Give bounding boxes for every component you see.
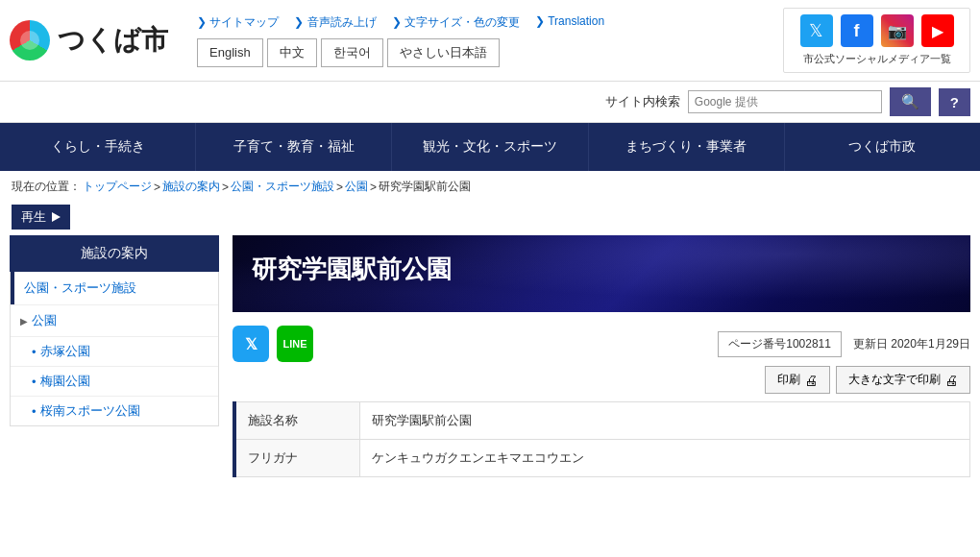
sidebar-baien[interactable]: 梅園公園 <box>40 373 90 390</box>
logo-icon <box>10 20 50 61</box>
logo-text: つくば市 <box>58 22 168 59</box>
lang-chinese[interactable]: 中文 <box>267 38 317 67</box>
arrow-icon: ▶ <box>20 316 28 327</box>
print-label: 印刷 <box>777 372 800 388</box>
lang-buttons: English 中文 한국어 やさしい日本語 <box>197 38 783 67</box>
twitter-share-icon[interactable]: 𝕏 <box>233 326 269 362</box>
breadcrumb-top[interactable]: トップページ <box>83 179 152 195</box>
sidebar-child-0: • 赤塚公園 <box>11 336 218 366</box>
social-area: 𝕏 f 📷 ▶ 市公式ソーシャルメディア一覧 <box>783 8 970 73</box>
page-hero: 研究学園駅前公園 <box>233 235 970 312</box>
logo-area: つくば市 <box>10 20 187 61</box>
instagram-social-icon[interactable]: 📷 <box>881 14 914 47</box>
sidebar-akatsuka[interactable]: 赤塚公園 <box>40 343 90 360</box>
header-nav: ❯ サイトマップ ❯ 音声読み上げ ❯ 文字サイズ・色の変更 ❯ Transla… <box>187 14 783 67</box>
nav-item-2[interactable]: 観光・文化・スポーツ <box>392 123 588 171</box>
table-label-0: 施設名称 <box>234 402 359 440</box>
print-icon: 🖨 <box>804 373 818 388</box>
bullet-icon-1: • <box>32 375 37 389</box>
sidebar-onan[interactable]: 桜南スポーツ公園 <box>40 402 140 420</box>
sidebar-parks-sports-link[interactable]: 公園・スポーツ施設 <box>24 280 136 295</box>
sidebar: 施設の案内 公園・スポーツ施設 ▶ 公園 • 赤塚公園 • 梅園公園 • 桜南ス… <box>10 235 219 477</box>
sidebar-title: 施設の案内 <box>10 235 219 272</box>
search-label: サイト内検索 <box>605 93 680 110</box>
search-input[interactable] <box>689 91 881 112</box>
sidebar-parks-link[interactable]: 公園 <box>32 312 57 329</box>
breadcrumb-prefix: 現在の位置： <box>12 179 81 195</box>
content-area: 施設の案内 公園・スポーツ施設 ▶ 公園 • 赤塚公園 • 梅園公園 • 桜南ス… <box>0 235 980 496</box>
breadcrumb-park-sports[interactable]: 公園・スポーツ施設 <box>231 179 334 195</box>
nav-item-3[interactable]: まちづくり・事業者 <box>589 123 785 171</box>
top-links: ❯ サイトマップ ❯ 音声読み上げ ❯ 文字サイズ・色の変更 ❯ Transla… <box>197 14 783 31</box>
play-area: 再生 <box>0 203 980 235</box>
print-button[interactable]: 印刷 🖨 <box>765 366 830 394</box>
nav-item-4[interactable]: つくば市政 <box>785 123 980 171</box>
help-button[interactable]: ? <box>939 88 970 116</box>
page-meta-row: 𝕏 LINE ページ番号1002811 更新日 2020年1月29日 <box>233 320 970 366</box>
breadcrumb-current: 研究学園駅前公園 <box>379 179 471 195</box>
breadcrumb-park[interactable]: 公園 <box>345 179 368 195</box>
table-value-1: ケンキュウガクエンエキマエコウエン <box>359 440 970 477</box>
sitemap-link[interactable]: ❯ サイトマップ <box>197 14 279 31</box>
search-bar: サイト内検索 🔍 ? <box>0 82 980 123</box>
large-print-label: 大きな文字で印刷 <box>848 372 941 388</box>
table-value-0: 研究学園駅前公園 <box>359 402 970 440</box>
youtube-social-icon[interactable]: ▶ <box>921 14 954 47</box>
table-row-1: フリガナ ケンキュウガクエンエキマエコウエン <box>234 440 970 477</box>
large-print-button[interactable]: 大きな文字で印刷 🖨 <box>836 366 970 394</box>
breadcrumb: 現在の位置： トップページ > 施設の案内 > 公園・スポーツ施設 > 公園 >… <box>0 171 980 203</box>
lang-korean[interactable]: 한국어 <box>321 38 383 67</box>
facebook-social-icon[interactable]: f <box>841 14 873 47</box>
sidebar-menu: 公園・スポーツ施設 ▶ 公園 • 赤塚公園 • 梅園公園 • 桜南スポーツ公園 <box>10 272 219 426</box>
page-number: ページ番号1002811 <box>718 331 842 357</box>
twitter-social-icon[interactable]: 𝕏 <box>800 14 833 47</box>
info-table: 施設名称 研究学園駅前公園 フリガナ ケンキュウガクエンエキマエコウエン <box>233 401 970 477</box>
play-button[interactable]: 再生 <box>12 205 70 230</box>
meta-right: ページ番号1002811 更新日 2020年1月29日 <box>718 331 970 357</box>
voice-link[interactable]: ❯ 音声読み上げ <box>294 14 376 31</box>
social-icons: 𝕏 f 📷 ▶ <box>800 14 954 47</box>
breadcrumb-facility[interactable]: 施設の案内 <box>162 179 220 195</box>
sidebar-parent-parks: ▶ 公園 <box>11 304 218 336</box>
lang-english[interactable]: English <box>197 38 263 67</box>
nav-item-1[interactable]: 子育て・教育・福祉 <box>196 123 392 171</box>
table-row-0: 施設名称 研究学園駅前公園 <box>234 402 970 440</box>
header: つくば市 ❯ サイトマップ ❯ 音声読み上げ ❯ 文字サイズ・色の変更 ❯ Tr… <box>0 0 980 82</box>
translation-link[interactable]: ❯ Translation <box>535 14 604 31</box>
large-print-icon: 🖨 <box>944 373 958 388</box>
nav-item-0[interactable]: くらし・手続き <box>0 123 196 171</box>
main-content: 研究学園駅前公園 𝕏 LINE ページ番号1002811 更新日 2020年1月… <box>233 235 970 477</box>
social-label: 市公式ソーシャルメディア一覧 <box>803 52 951 66</box>
table-label-1: フリガナ <box>234 440 359 477</box>
page-title: 研究学園駅前公園 <box>252 253 951 286</box>
bullet-icon-0: • <box>32 345 37 359</box>
main-nav: くらし・手続き 子育て・教育・福祉 観光・文化・スポーツ まちづくり・事業者 つ… <box>0 123 980 171</box>
fontsize-link[interactable]: ❯ 文字サイズ・色の変更 <box>392 14 520 31</box>
print-buttons: 印刷 🖨 大きな文字で印刷 🖨 <box>233 366 970 394</box>
update-date: 更新日 2020年1月29日 <box>853 336 970 352</box>
sidebar-child-2: • 桜南スポーツ公園 <box>11 396 218 425</box>
search-button[interactable]: 🔍 <box>890 87 931 116</box>
share-icons: 𝕏 LINE <box>233 326 313 362</box>
play-label: 再生 <box>21 208 46 226</box>
search-input-wrap <box>688 90 882 113</box>
sidebar-section: 公園・スポーツ施設 <box>11 272 218 304</box>
bullet-icon-2: • <box>32 404 37 419</box>
sidebar-child-1: • 梅園公園 <box>11 366 218 396</box>
play-icon <box>52 212 61 222</box>
lang-easy-japanese[interactable]: やさしい日本語 <box>387 38 500 67</box>
line-share-icon[interactable]: LINE <box>277 326 313 362</box>
